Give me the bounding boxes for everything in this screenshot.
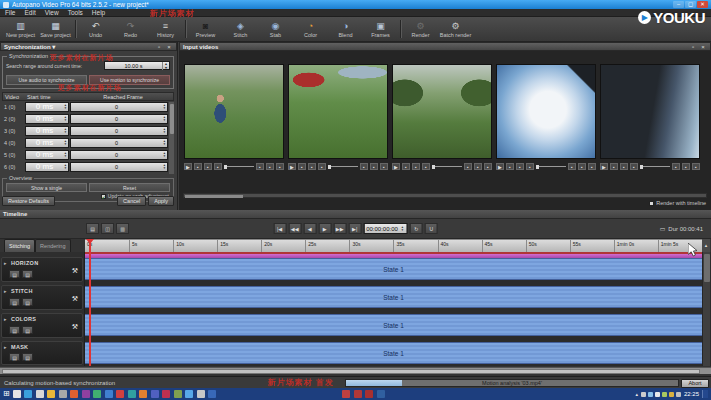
- taskbar-app-icon[interactable]: [24, 390, 32, 398]
- toolbar-button-render[interactable]: ⚙Render: [403, 21, 438, 38]
- close-panel-icon[interactable]: ×: [699, 43, 707, 51]
- timeline-tool-icon-3[interactable]: ▥: [116, 223, 129, 234]
- reached-frame-spinner[interactable]: 0▴▾: [70, 126, 168, 136]
- track-header-colors[interactable]: ▸ COLORS ▤▤ ⚒: [1, 313, 83, 338]
- go-start-button[interactable]: |◀: [273, 223, 286, 234]
- step-icon[interactable]: ▪: [630, 163, 638, 170]
- step-icon[interactable]: ▪: [308, 163, 316, 170]
- taskbar-app-icon[interactable]: [36, 390, 44, 398]
- step-icon[interactable]: ▪: [412, 163, 420, 170]
- slider-thumb-icon[interactable]: [224, 165, 227, 169]
- reached-frame-spinner[interactable]: 0▴▾: [70, 102, 168, 112]
- play-icon[interactable]: ▶: [496, 163, 504, 170]
- timeline-tool-icon-1[interactable]: ▤: [86, 223, 99, 234]
- video-seek-slider[interactable]: [432, 166, 462, 167]
- spinner-arrows-icon[interactable]: ▴▾: [162, 104, 167, 109]
- option-icon[interactable]: ▪: [360, 163, 368, 170]
- spinner-arrows-icon[interactable]: ▴▾: [63, 116, 68, 121]
- next-frame-button[interactable]: ▶▶: [333, 223, 346, 234]
- expand-arrow-icon[interactable]: ▸: [4, 344, 7, 350]
- prev-frame-button[interactable]: ◀◀: [288, 223, 301, 234]
- expand-arrow-icon[interactable]: ▸: [4, 288, 7, 294]
- scrollbar-thumb[interactable]: [2, 369, 700, 374]
- use-motion-sync-button[interactable]: Use motion to synchronize: [89, 75, 170, 85]
- video-thumbnail[interactable]: [496, 64, 596, 159]
- option-icon[interactable]: ▪: [464, 163, 472, 170]
- slider-thumb-icon[interactable]: [432, 165, 435, 169]
- menu-edit[interactable]: Edit: [24, 9, 35, 17]
- option-icon[interactable]: ▪: [692, 163, 700, 170]
- scrollbar-thumb[interactable]: [185, 195, 243, 198]
- float-panel-icon[interactable]: ▫: [689, 43, 697, 51]
- video-seek-slider[interactable]: [640, 166, 670, 167]
- video-thumbnail[interactable]: [600, 64, 700, 159]
- toolbar-button-undo[interactable]: ↶Undo: [78, 21, 113, 38]
- taskbar-app-icon[interactable]: [105, 390, 113, 398]
- play-icon[interactable]: ▶: [288, 163, 296, 170]
- play-icon[interactable]: ▶: [184, 163, 192, 170]
- video-thumbnail[interactable]: [288, 64, 388, 159]
- taskbar-app-icon[interactable]: [47, 390, 55, 398]
- spinner-arrows-icon[interactable]: ▴▾: [63, 164, 68, 169]
- taskbar-app-icon[interactable]: [208, 390, 216, 398]
- spinner-arrows-icon[interactable]: ▴▾: [63, 128, 68, 133]
- toolbar-button-new-project[interactable]: ▥New project: [3, 21, 38, 38]
- taskbar-app-icon[interactable]: [365, 390, 373, 398]
- step-icon[interactable]: ▪: [526, 163, 534, 170]
- video-seek-slider[interactable]: [224, 166, 254, 167]
- option-icon[interactable]: ▪: [256, 163, 264, 170]
- input-videos-header[interactable]: Input videos ▫ ×: [179, 42, 711, 51]
- float-panel-icon[interactable]: ▫: [155, 43, 163, 51]
- timeline-hscrollbar[interactable]: [0, 367, 711, 374]
- option-icon[interactable]: ▪: [474, 163, 482, 170]
- menu-view[interactable]: View: [45, 9, 59, 17]
- tray-icon[interactable]: [676, 392, 681, 397]
- loop-icon[interactable]: ↻: [410, 223, 423, 234]
- close-button[interactable]: ✕: [697, 1, 708, 8]
- toolbar-button-frames[interactable]: ▣Frames: [363, 21, 398, 38]
- option-icon[interactable]: ▪: [578, 163, 586, 170]
- start-time-spinner[interactable]: 0 ms▴▾: [25, 138, 69, 148]
- timeline-vscrollbar[interactable]: [702, 252, 710, 366]
- play-backward-button[interactable]: ◀: [303, 223, 316, 234]
- taskbar-app-icon[interactable]: [377, 390, 385, 398]
- tray-icon[interactable]: [662, 392, 667, 397]
- taskbar-app-icon[interactable]: [59, 390, 67, 398]
- track-header-horizon[interactable]: ▸ HORIZON ▤▤ ⚒: [1, 257, 83, 282]
- start-button[interactable]: ⊞: [3, 389, 10, 399]
- step-icon[interactable]: ▪: [506, 163, 514, 170]
- option-icon[interactable]: ▪: [266, 163, 274, 170]
- collapse-arrow-icon[interactable]: ▾: [52, 43, 55, 50]
- step-icon[interactable]: ▪: [610, 163, 618, 170]
- play-button[interactable]: ▶: [318, 223, 331, 234]
- toolbar-button-color[interactable]: ◔Color: [293, 21, 328, 38]
- keyframe-add-icon[interactable]: ▤: [9, 298, 20, 306]
- step-icon[interactable]: ▪: [516, 163, 524, 170]
- option-icon[interactable]: ▪: [588, 163, 596, 170]
- taskbar-app-icon[interactable]: [82, 390, 90, 398]
- slider-thumb-icon[interactable]: [536, 165, 539, 169]
- start-time-spinner[interactable]: 0 ms▴▾: [25, 102, 69, 112]
- tab-stitching[interactable]: Stitching: [4, 239, 35, 252]
- step-icon[interactable]: ▪: [298, 163, 306, 170]
- toolbar-button-save-project[interactable]: ▦Save project: [38, 21, 73, 38]
- keyframe-add-icon[interactable]: ▤: [9, 326, 20, 334]
- track-lane-stitch[interactable]: State 1: [85, 286, 702, 308]
- spinner-arrows-icon[interactable]: ▴▾: [162, 116, 167, 121]
- taskbar-app-icon[interactable]: [128, 390, 136, 398]
- close-panel-icon[interactable]: ×: [165, 43, 173, 51]
- play-icon[interactable]: ▶: [600, 163, 608, 170]
- toolbar-button-blend[interactable]: ◑Blend: [328, 21, 363, 38]
- abort-button[interactable]: Abort: [681, 379, 709, 388]
- keyframe-remove-icon[interactable]: ▤: [22, 353, 33, 361]
- reached-frame-spinner[interactable]: 0▴▾: [70, 150, 168, 160]
- taskbar-app-icon[interactable]: [151, 390, 159, 398]
- taskbar-app-icon[interactable]: [342, 390, 350, 398]
- restore-defaults-button[interactable]: Restore Defaults: [2, 196, 55, 206]
- slider-thumb-icon[interactable]: [328, 165, 331, 169]
- spinner-arrows-icon[interactable]: ▴▾: [162, 62, 169, 70]
- toolbar-button-preview[interactable]: ◙Preview: [188, 21, 223, 38]
- wrench-icon[interactable]: ⚒: [72, 295, 78, 303]
- playhead[interactable]: [89, 239, 91, 366]
- wrench-icon[interactable]: ⚒: [72, 267, 78, 275]
